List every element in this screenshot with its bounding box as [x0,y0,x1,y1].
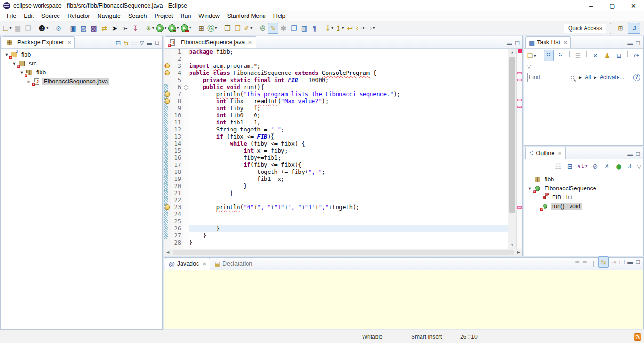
code-line-5[interactable]: private static final int FIB = 10000; [189,77,508,84]
fold-row[interactable] [183,225,189,232]
annotation-row[interactable] [164,190,171,197]
ruler-error-mark[interactable] [517,79,522,81]
annotation-row[interactable] [164,147,171,155]
fold-row[interactable] [183,49,189,56]
chevron-right-icon[interactable]: ▶ [579,75,582,80]
annotation-row[interactable] [164,204,171,211]
fold-row[interactable] [183,140,189,147]
annotation-row[interactable] [164,155,171,162]
menu-item-refactor[interactable]: Refactor [64,12,93,20]
scroll-down-icon[interactable]: ▼ [508,242,516,249]
scheduled-view-button[interactable]: ⠷ [555,50,566,61]
maximize-view-icon[interactable]: ☐ [636,41,640,46]
annotation-row[interactable] [164,218,171,225]
annotation-row[interactable] [164,211,171,218]
code-line-23[interactable]: println("0"+", "+"1"+", "+"1"+","+togeth… [189,204,508,211]
scroll-left-icon[interactable]: ◀ [164,250,172,254]
categorized-view-button[interactable]: ⠿ [544,50,554,61]
search-button[interactable]: ✇ [257,23,268,34]
annotation-row[interactable] [164,169,171,176]
save-all-button[interactable]: ❐ [23,23,33,34]
maximize-view-icon[interactable]: ☐ [155,41,159,46]
close-icon[interactable]: ✕ [67,40,71,45]
user-account-button[interactable]: ☻▾ [38,23,50,34]
mark-occurrences-pen-button[interactable]: ✐▾ [243,23,253,34]
forward-icon[interactable]: ⇨ [583,259,588,265]
code-line-13[interactable]: if (fibx <= FIB){ [189,133,508,140]
new-task-button[interactable]: ❏▾ [526,50,537,61]
hide-completed-icon[interactable]: ✕ [590,50,601,61]
editor-vertical-scrollbar[interactable]: ▲ ▼ [508,49,516,249]
menu-item-stanford-menu[interactable]: Stanford Menu [223,12,270,20]
code-line-17[interactable]: if(fiby <= fibx){ [189,162,508,169]
coverage-button[interactable]: ▶▾ [167,23,180,34]
maximize-view-icon[interactable]: ☐ [636,152,640,157]
skip-all-breakpoints-button[interactable]: ⊘ [53,23,64,34]
refresh-button[interactable]: ⇄ [99,23,109,34]
hide-local-icon[interactable]: ŀ̸ [626,161,636,172]
scroll-right-icon[interactable]: ▶ [515,250,522,254]
code-line-3[interactable]: import acm.program.*; [189,63,508,70]
link-with-selection-icon[interactable]: ⇆ [598,256,609,268]
close-icon[interactable]: ✕ [202,261,206,267]
code-area[interactable]: package fibb;import acm.program.*;public… [189,49,508,249]
tab-declaration[interactable]: ▤ Declaration [211,258,256,270]
open-resource-button[interactable]: ❒ [232,23,243,34]
view-menu-icon[interactable]: ▽ [140,41,144,46]
run-button[interactable]: ▶▾ [155,23,167,34]
code-line-26[interactable]: } [189,225,508,232]
error-marker-icon[interactable] [164,98,170,105]
toggle-mark-occurrences-button[interactable]: ✎ [268,23,278,34]
minimize-view-icon[interactable]: ▬ [627,41,633,46]
next-annotation-button[interactable]: ↧▾ [324,23,334,34]
maximize-window-button[interactable]: ▢ [602,0,623,11]
profile-button[interactable]: ▶▾ [180,23,192,34]
error-marker-icon[interactable] [164,91,170,98]
tab-task-list[interactable]: ▤ Task List ✕ [525,36,571,48]
code-line-21[interactable]: } [189,190,508,197]
new-java-project-button[interactable]: ⊞ [196,23,206,34]
activate-link[interactable]: Activate... [600,74,625,81]
editor-annotation-gutter[interactable] [164,49,171,249]
code-line-9[interactable]: int fiby = 1; [189,105,508,112]
editor-fold-gutter[interactable] [183,49,189,249]
outline-item-run-void[interactable]: ✕run() : void [524,202,643,211]
code-line-8[interactable]: int fibx = readInt("Max value?"); [189,98,508,105]
scrollbar-thumb[interactable] [509,57,515,213]
package-explorer-item-fibonaccisequence-java[interactable]: ▶✕FibonacciSequence.java [1,77,162,86]
last-edit-location-button[interactable]: ↩ [345,23,355,34]
group-by-owner-icon[interactable]: ♟ [602,50,612,61]
help-icon[interactable]: ? [633,74,640,81]
forward-history-button[interactable]: ⇨▾ [365,23,376,34]
code-line-15[interactable]: int x = fiby; [189,147,508,155]
package-explorer-item-fibb[interactable]: ▼✕fibb [1,68,162,77]
annotation-row[interactable] [164,98,171,105]
debug-package-button[interactable]: ▩ [89,23,99,34]
menu-item-search[interactable]: Search [124,12,151,20]
outline-item-fibonaccisequence[interactable]: ▼✕FibonacciSequence [524,184,643,193]
menu-item-source[interactable]: Source [38,12,64,20]
externalize-strings-button[interactable]: ❐ [289,23,299,34]
fold-row[interactable] [183,105,189,112]
fold-row[interactable] [183,155,189,162]
code-line-19[interactable]: fib1= x; [189,176,508,183]
java-perspective-button[interactable]: J [628,23,640,34]
annotation-row[interactable] [164,183,171,190]
annotation-row[interactable] [164,176,171,183]
filter-all-link[interactable]: All [585,74,591,81]
annotation-row[interactable] [164,70,171,77]
annotation-row[interactable] [164,225,171,232]
hide-fields-icon[interactable]: ⊘ [590,161,601,172]
show-whitespace-button[interactable]: ¶ [309,23,320,34]
code-line-1[interactable]: package fibb; [189,49,508,56]
minimize-view-icon[interactable]: ▬ [627,152,633,157]
outline-item-fib[interactable]: SFFIB : int [524,193,643,202]
minimize-view-icon[interactable]: ▬ [507,41,512,46]
maximize-view-icon[interactable]: ☐ [515,41,520,46]
fold-row[interactable] [183,239,189,246]
code-line-25[interactable] [189,218,508,225]
code-line-18[interactable]: togeth += fiby+", "; [189,169,508,176]
find-input[interactable] [527,73,576,82]
package-explorer-item-fibb[interactable]: ▼✕fibb [1,50,162,59]
outline-item-fibb[interactable]: fibb [524,175,643,184]
